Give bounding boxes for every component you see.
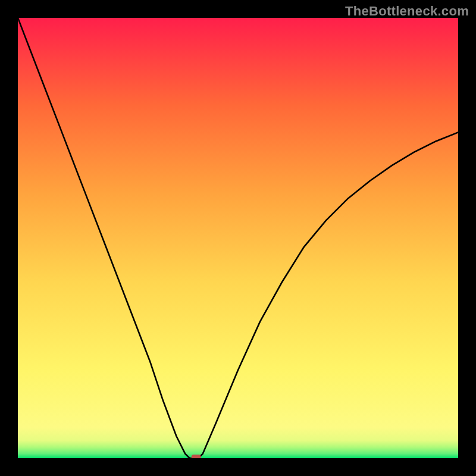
chart-frame: TheBottleneck.com (0, 0, 476, 476)
valley-marker (192, 455, 201, 458)
chart-svg (18, 18, 458, 458)
plot-area (18, 18, 458, 458)
watermark-text: TheBottleneck.com (345, 4, 469, 19)
gradient-background (18, 18, 458, 458)
